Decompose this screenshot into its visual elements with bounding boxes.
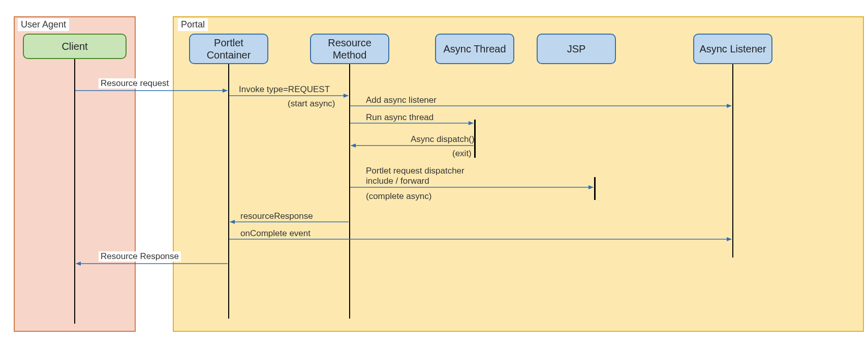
- sequence-diagram: User Agent Portal Client Portlet Contain…: [5, 5, 868, 341]
- msg-resource-response: Resource Response: [99, 251, 181, 262]
- msg-prd-line1: Portlet request dispatcher: [366, 166, 464, 176]
- participant-resource-method: Resource Method: [310, 34, 389, 64]
- participant-portlet-container: Portlet Container: [189, 34, 268, 64]
- msg-run-async-thread: Run async thread: [366, 112, 433, 123]
- activation-jsp: [594, 177, 596, 200]
- msg-on-complete-event: onComplete event: [240, 228, 311, 239]
- participant-async-thread: Async Thread: [435, 34, 514, 64]
- msg-async-dispatch: Async dispatch(): [411, 134, 475, 145]
- lifeline-async-listener: [732, 64, 733, 258]
- msg-exit: (exit): [452, 149, 472, 159]
- msg-invoke-request: Invoke type=REQUEST: [239, 84, 330, 95]
- msg-start-async: (start async): [288, 99, 335, 109]
- lifeline-client: [74, 59, 75, 324]
- participant-resource-method-label: Resource Method: [315, 37, 384, 61]
- participant-client-label: Client: [61, 40, 87, 52]
- portal-label: Portal: [178, 18, 208, 31]
- participant-async-listener: Async Listener: [693, 34, 772, 64]
- participant-client: Client: [23, 34, 127, 59]
- user-agent-label: User Agent: [18, 18, 69, 31]
- participant-async-thread-label: Async Thread: [443, 43, 506, 55]
- participant-jsp: JSP: [537, 34, 616, 64]
- msg-resource-response-inner: resourceResponse: [240, 211, 313, 221]
- lifeline-resource-method: [349, 64, 350, 319]
- msg-prd-line2: include / forward: [366, 176, 429, 186]
- msg-resource-request: Resource request: [99, 78, 171, 89]
- msg-add-async-listener: Add async listener: [366, 95, 437, 105]
- participant-async-listener-label: Async Listener: [699, 43, 766, 55]
- msg-complete-async: (complete async): [366, 191, 431, 202]
- participant-jsp-label: JSP: [567, 43, 586, 55]
- lifeline-portlet-container: [228, 64, 229, 319]
- participant-portlet-container-label: Portlet Container: [194, 37, 263, 61]
